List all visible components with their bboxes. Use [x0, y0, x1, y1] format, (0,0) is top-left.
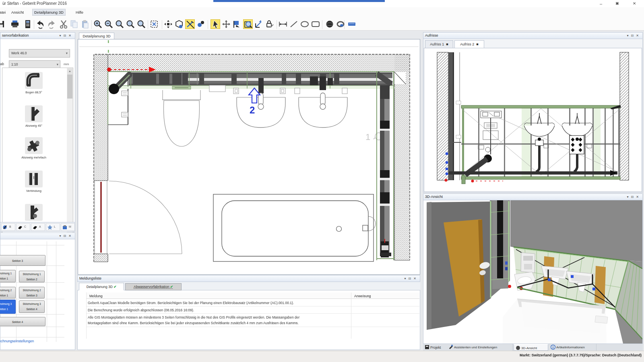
svg-text:1: 1: [365, 132, 370, 142]
svg-text:2: 2: [250, 105, 255, 115]
